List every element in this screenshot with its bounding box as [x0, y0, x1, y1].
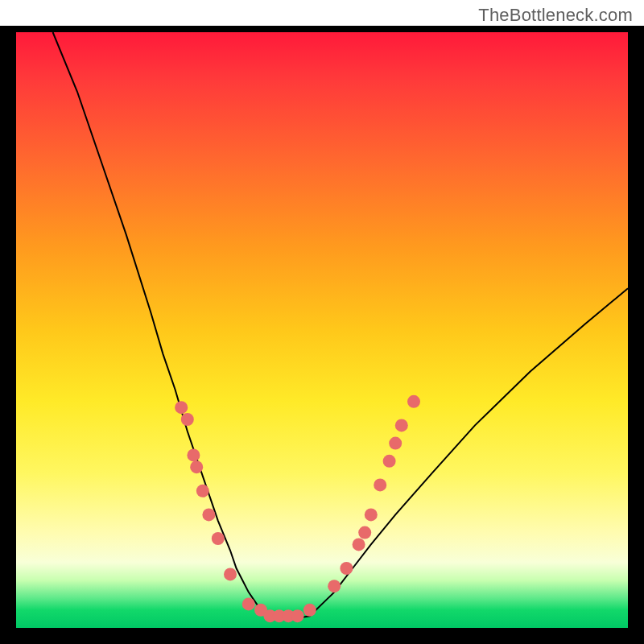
data-point [365, 508, 378, 521]
data-point [395, 419, 408, 431]
data-point [358, 526, 371, 539]
data-point [190, 460, 203, 473]
chart-svg [16, 32, 628, 628]
data-point [383, 455, 396, 468]
plot-frame [0, 26, 644, 644]
data-point [328, 580, 341, 592]
data-point [407, 395, 420, 408]
data-point [224, 568, 237, 580]
data-point [353, 538, 365, 551]
data-point [187, 448, 200, 461]
data-point [303, 604, 316, 617]
plot-area [16, 32, 628, 628]
data-point [181, 413, 194, 426]
data-point [374, 478, 386, 491]
data-point [242, 597, 255, 610]
data-points [175, 395, 420, 622]
data-point [202, 508, 215, 521]
data-point [340, 562, 353, 575]
data-point [389, 437, 402, 450]
chart-container: TheBottleneck.com [0, 0, 644, 644]
data-point [291, 609, 304, 622]
data-point [212, 532, 225, 545]
bottleneck-curve [53, 32, 628, 619]
data-point [175, 401, 188, 414]
watermark-text: TheBottleneck.com [478, 5, 633, 26]
data-point [196, 485, 209, 497]
